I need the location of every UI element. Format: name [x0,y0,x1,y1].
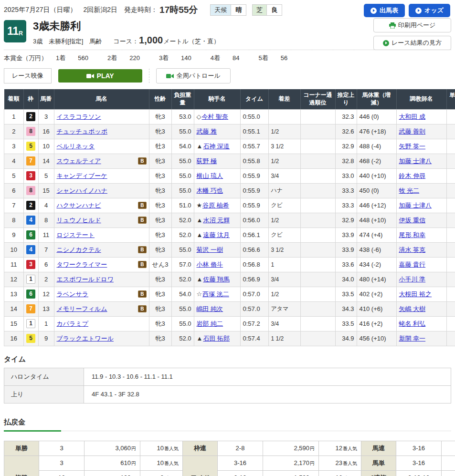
finish-position: 1 [4,109,24,124]
trainer-link[interactable]: 加藤 士津八 [399,157,432,165]
horse-name-link[interactable]: スウェルティア [57,157,101,166]
margin: 1/2 [268,124,300,139]
trainer-link[interactable]: 武藤 善則 [399,128,426,135]
jockey-link[interactable]: 武藤 雅 [197,128,217,135]
carried-weight: 54.0 [171,287,194,301]
sex-age: せん3 [149,257,171,272]
jockey-link[interactable]: 菊沢 一樹 [197,246,223,253]
horse-name-cell: イスラコラソン [54,109,149,124]
result-guide-button[interactable]: レース結果の見方 [373,36,451,50]
frame-badge: 6 [26,290,35,299]
odds-button[interactable]: オッズ [409,4,450,17]
horse-name-link[interactable]: チュッチュポッポ [57,127,107,136]
horse-name-link[interactable]: ラベンサラ [57,290,89,299]
horse-name-link[interactable]: リュウノヒルド [57,216,101,225]
finish-time: 0:55.8 [240,154,268,168]
horse-name-link[interactable]: カパラミプ [57,320,89,328]
print-page-button[interactable]: 印刷用ページ [373,18,451,32]
jockey-cell: ▲佐藤 翔馬 [194,272,240,287]
win-popularity: 11 [446,213,455,228]
horse-name-link[interactable]: ハクサンハナビ [57,201,101,210]
horse-name-link[interactable]: タワークライマー [57,260,107,269]
frame-cell: 8 [23,124,38,139]
furlong-time-label: ハロンタイム [4,368,84,385]
jockey-link[interactable]: 横山 琉人 [197,172,223,179]
payout-heading: 払戻金 [4,418,451,431]
trainer-link[interactable]: 新開 幸一 [399,335,426,342]
win-popularity: 1 [446,139,455,154]
shutsuba-button[interactable]: 出馬表 [364,4,405,17]
blinker-badge: B [138,202,146,209]
jockey-link[interactable]: 嶋田 純次 [197,305,223,312]
win-popularity: 15 [446,272,455,287]
jockey-link[interactable]: 小林 脩斗 [197,261,223,268]
finish-position: 6 [4,183,24,198]
win-popularity: 4 [446,183,455,198]
horse-name-link[interactable]: イスラコラソン [57,113,101,121]
jockey-link[interactable]: 佐藤 翔馬 [203,276,230,283]
horse-number: 16 [38,124,54,139]
horse-weight: 416 (+2) [357,316,396,331]
payout-popularity: 3番人気 [140,470,183,476]
horse-name-link[interactable]: キャンディブーケ [57,172,107,180]
jockey-cell: ▲石田 拓郎 [194,331,240,346]
jockey-link[interactable]: 岩部 純二 [197,320,223,327]
bet-type-label: ワイド [183,455,218,476]
trainer-link[interactable]: 小手川 準 [399,276,426,283]
win-popularity: 14 [446,287,455,301]
horse-number: 5 [38,168,54,183]
frame-badge: 5 [26,142,35,151]
jockey-link[interactable]: 今村 聖奈 [202,113,229,120]
trainer-link[interactable]: 牧 光二 [399,187,420,194]
weather-label: 天候 [211,5,231,15]
horse-name-link[interactable]: ブラックエトワール [57,334,114,343]
jockey-link[interactable]: 石田 拓郎 [203,335,230,342]
trainer-cell: 矢野 英一 [396,139,446,154]
trainer-link[interactable]: 矢野 英一 [399,143,426,150]
margin: 3/4 [268,272,300,287]
column-header: 着差 [268,89,300,109]
horse-name-link[interactable]: エスポワールドロワ [57,275,114,284]
patrol-video-button[interactable]: 全周パトロール [156,68,231,83]
horse-name-wrap: ハクサンハナビB [57,201,147,210]
trainer-link[interactable]: 加藤 士津八 [399,202,432,209]
jockey-cell: 木幡 巧也 [194,183,240,198]
horse-name-link[interactable]: ニシノカクテル [57,246,101,254]
blinker-badge: B [138,261,146,268]
jockey-cell: 岩部 純二 [194,316,240,331]
trainer-link[interactable]: 鈴木 伸尋 [399,172,426,179]
horse-name-wrap: イスラコラソン [57,113,147,121]
jockey-link[interactable]: 石神 深道 [203,143,230,150]
horse-name-cell: チュッチュポッポ [54,124,149,139]
jockey-link[interactable]: 西塚 洸二 [202,290,229,298]
horse-weight: 468 (-2) [357,154,396,168]
play-video-button[interactable]: PLAY [58,69,142,83]
trainer-link[interactable]: 大根田 裕之 [399,290,432,298]
trainer-link[interactable]: 大和田 成 [399,113,426,120]
horse-name-link[interactable]: ベルリネッタ [57,142,95,151]
trainer-link[interactable]: 伊坂 重信 [399,217,426,224]
finish-position: 9 [4,228,24,242]
horse-name-link[interactable]: ロジステート [57,231,95,239]
jockey-link[interactable]: 荻野 極 [197,157,217,165]
horse-weight: 410 (+6) [357,301,396,316]
horse-name-cell: ロジステート [54,228,149,242]
horse-name-link[interactable]: メモリーフィルム [57,305,107,313]
trainer-link[interactable]: 清水 英克 [399,246,426,253]
jockey-link[interactable]: 遠藤 汰月 [203,231,230,238]
trainer-link[interactable]: 矢嶋 大樹 [399,305,426,312]
jockey-link[interactable]: 水沼 元輝 [203,217,230,224]
jockey-link[interactable]: 木幡 巧也 [197,187,223,194]
carried-weight: 55.0 [171,124,194,139]
horse-name-link[interactable]: シャンハイノハナ [57,186,107,195]
prize-amount: 84 [233,54,239,62]
result-row: 1212エスポワールドロワ牝352.0▲佐藤 翔馬0:56.93/434.048… [4,272,455,287]
trainer-cell: 武藤 善則 [396,124,446,139]
corner-order [300,198,335,213]
trainer-link[interactable]: 嘉藤 貴行 [399,261,426,268]
trainer-link[interactable]: 尾形 和幸 [399,231,426,238]
horse-number: 1 [38,316,54,331]
trainer-link[interactable]: 蛯名 利弘 [399,320,426,327]
jockey-link[interactable]: 谷原 柚希 [202,202,229,209]
apprentice-mark: ▲ [197,143,203,150]
